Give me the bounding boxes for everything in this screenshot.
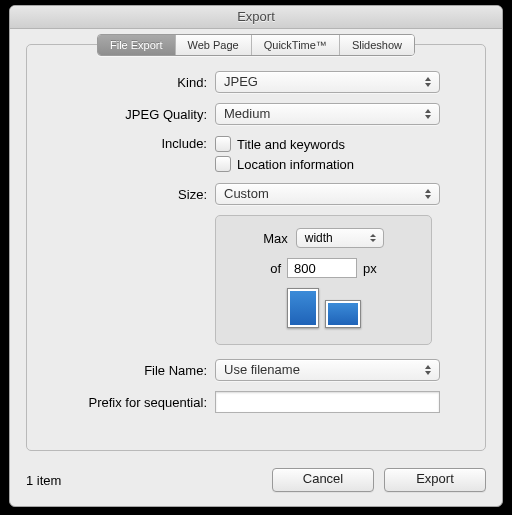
cancel-button[interactable]: Cancel [272,468,374,492]
tab-quicktime[interactable]: QuickTime™ [251,35,339,55]
updown-arrow-icon [367,230,380,246]
item-count: 1 item [26,473,262,488]
form: Kind: JPEG JPEG Quality: Medium [27,71,485,423]
size-label: Size: [27,187,215,202]
tab-slideshow[interactable]: Slideshow [339,35,414,55]
updown-arrow-icon [421,362,435,378]
updown-arrow-icon [421,186,435,202]
thumbnail-image-icon [290,291,316,325]
custom-size-box: Max width of 800 px [215,215,432,345]
portrait-thumb[interactable] [287,288,319,328]
landscape-thumb[interactable] [325,300,361,328]
export-button[interactable]: Export [384,468,486,492]
size-select[interactable]: Custom [215,183,440,205]
prefix-input[interactable] [215,391,440,413]
include-location-checkbox[interactable] [215,156,231,172]
export-window: Export File Export Web Page QuickTime™ S… [9,5,503,507]
tab-file-export[interactable]: File Export [98,35,175,55]
include-location-text: Location information [237,157,354,172]
include-title-text: Title and keywords [237,137,345,152]
max-label: Max [263,231,288,246]
file-name-select[interactable]: Use filename [215,359,440,381]
prefix-label: Prefix for sequential: [27,395,215,410]
window-title: Export [237,9,275,24]
tab-bar: File Export Web Page QuickTime™ Slidesho… [27,34,485,56]
dimension-value-input[interactable]: 800 [287,258,357,278]
kind-select[interactable]: JPEG [215,71,440,93]
jpeg-quality-label: JPEG Quality: [27,107,215,122]
main-panel: File Export Web Page QuickTime™ Slidesho… [26,44,486,451]
window-titlebar: Export [10,6,502,29]
include-label: Include: [27,135,215,151]
updown-arrow-icon [421,74,435,90]
orientation-thumbnails [226,288,421,328]
thumbnail-image-icon [328,303,358,325]
file-name-label: File Name: [27,363,215,378]
px-label: px [363,261,377,276]
dimension-mode-select[interactable]: width [296,228,384,248]
footer: 1 item Cancel Export [26,468,486,492]
tab-web-page[interactable]: Web Page [175,35,251,55]
include-title-checkbox[interactable] [215,136,231,152]
jpeg-quality-select[interactable]: Medium [215,103,440,125]
updown-arrow-icon [421,106,435,122]
kind-label: Kind: [27,75,215,90]
of-label: of [270,261,281,276]
